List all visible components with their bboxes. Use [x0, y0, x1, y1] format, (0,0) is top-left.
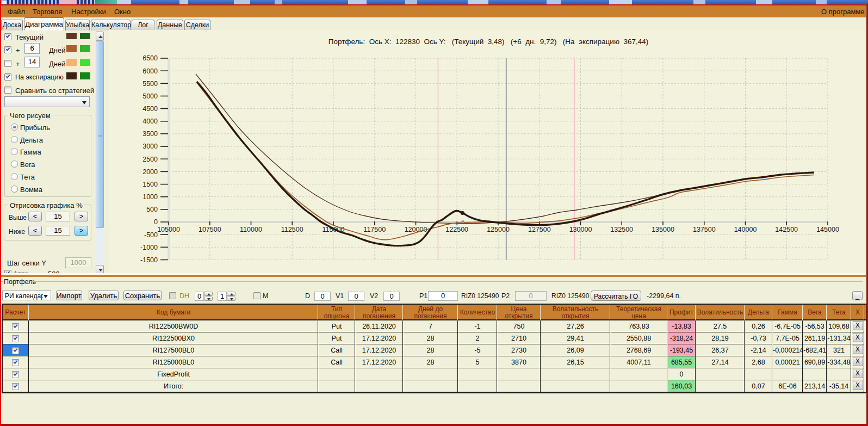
svg-text:132500: 132500 [610, 226, 633, 233]
svg-text:5000: 5000 [142, 92, 158, 100]
svg-text:6500: 6500 [142, 54, 158, 62]
svg-text:-500: -500 [144, 231, 158, 239]
svg-text:1500: 1500 [142, 181, 158, 188]
svg-text:117500: 117500 [363, 226, 386, 233]
svg-text:4000: 4000 [142, 118, 158, 125]
svg-text:3000: 3000 [142, 143, 158, 150]
svg-text:127500: 127500 [528, 226, 551, 233]
svg-text:4500: 4500 [142, 105, 158, 113]
svg-text:140000: 140000 [734, 226, 757, 233]
svg-text:Портфель: Ось X: 122830 Ось: Портфель: Ось X: 122830 Ось Y: (Текущий … [328, 38, 649, 46]
svg-text:1000: 1000 [142, 193, 158, 201]
svg-text:500: 500 [146, 206, 158, 213]
svg-text:6000: 6000 [142, 67, 158, 75]
svg-text:135000: 135000 [652, 226, 674, 233]
svg-text:5500: 5500 [142, 80, 158, 88]
svg-text:122500: 122500 [445, 226, 468, 233]
svg-text:145000: 145000 [816, 226, 839, 233]
svg-text:142500: 142500 [775, 226, 798, 233]
svg-text:130000: 130000 [569, 226, 592, 233]
svg-text:105000: 105000 [157, 226, 180, 233]
svg-text:110000: 110000 [240, 226, 262, 233]
svg-text:107500: 107500 [199, 226, 221, 233]
svg-text:125000: 125000 [487, 226, 510, 233]
svg-text:2000: 2000 [142, 168, 158, 176]
svg-text:-1000: -1000 [140, 244, 158, 251]
svg-text:-1500: -1500 [140, 256, 158, 264]
svg-text:112500: 112500 [281, 226, 303, 233]
svg-text:3500: 3500 [142, 130, 158, 138]
svg-text:137500: 137500 [693, 226, 716, 233]
svg-text:0: 0 [154, 218, 158, 226]
svg-text:2500: 2500 [142, 156, 158, 163]
